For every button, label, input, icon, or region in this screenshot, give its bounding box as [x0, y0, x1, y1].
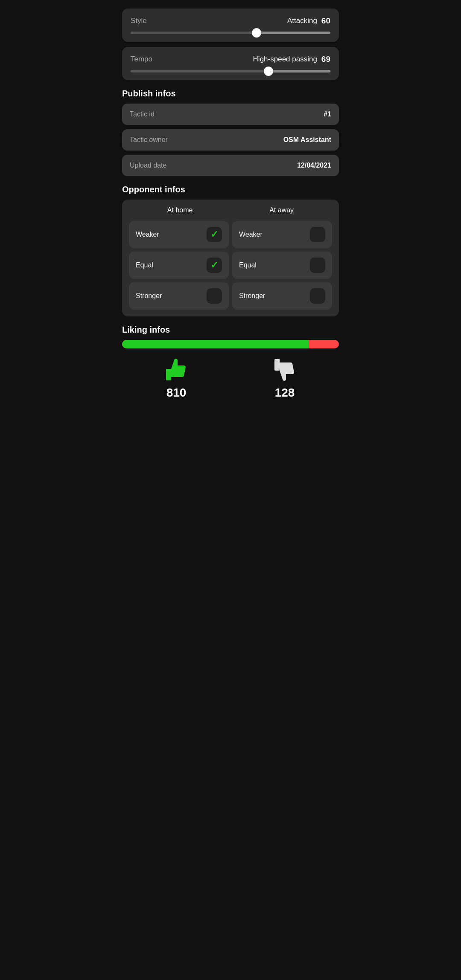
tactic-id-label: Tactic id: [130, 110, 155, 118]
opponent-grid: Weaker ✓ Weaker Equal ✓ Equal Stronger: [129, 221, 332, 310]
home-equal-checkmark: ✓: [210, 260, 218, 271]
home-weaker-item[interactable]: Weaker ✓: [129, 221, 229, 248]
likes-count: 810: [166, 386, 187, 400]
style-value-text: Attacking: [287, 17, 317, 25]
svg-rect-0: [166, 369, 171, 380]
tab-at-away[interactable]: At away: [269, 206, 294, 214]
home-weaker-label: Weaker: [136, 231, 159, 238]
likes-item: 810: [163, 357, 189, 400]
liking-bar-fill: [122, 340, 309, 348]
dislikes-item: 128: [272, 357, 298, 400]
tempo-card: Tempo High-speed passing 69: [122, 47, 339, 80]
style-value-number: 60: [321, 16, 330, 26]
tempo-label: Tempo: [131, 55, 152, 64]
opponent-infos-title: Opponent infos: [122, 185, 339, 194]
liking-infos-title: Liking infos: [122, 325, 339, 335]
away-weaker-item[interactable]: Weaker: [232, 221, 332, 248]
tempo-value-number: 69: [321, 55, 330, 64]
thumbs-up-icon: [163, 357, 189, 383]
opponent-card: At home At away Weaker ✓ Weaker Equal ✓ …: [122, 200, 339, 316]
upload-date-row: Upload date 12/04/2021: [122, 155, 339, 176]
tactic-owner-row: Tactic owner OSM Assistant: [122, 129, 339, 151]
style-label: Style: [131, 17, 147, 25]
style-card: Style Attacking 60: [122, 9, 339, 42]
away-stronger-checkbox[interactable]: [310, 288, 325, 304]
home-weaker-checkbox[interactable]: ✓: [207, 227, 222, 242]
home-stronger-label: Stronger: [136, 292, 162, 300]
liking-bar-container: [122, 340, 339, 348]
tempo-slider-thumb[interactable]: [264, 67, 273, 76]
away-stronger-item[interactable]: Stronger: [232, 282, 332, 310]
upload-date-value: 12/04/2021: [297, 162, 331, 169]
opponent-tabs: At home At away: [129, 206, 332, 214]
away-stronger-label: Stronger: [239, 292, 265, 300]
away-weaker-checkbox[interactable]: [310, 227, 325, 242]
home-equal-label: Equal: [136, 261, 153, 269]
thumbs-down-icon: [272, 357, 298, 383]
svg-rect-1: [274, 359, 280, 371]
style-slider-thumb[interactable]: [252, 28, 261, 38]
upload-date-label: Upload date: [130, 162, 166, 169]
away-weaker-label: Weaker: [239, 231, 263, 238]
home-stronger-checkbox[interactable]: [207, 288, 222, 304]
tactic-id-row: Tactic id #1: [122, 104, 339, 125]
tactic-owner-label: Tactic owner: [130, 136, 168, 144]
away-equal-checkbox[interactable]: [310, 258, 325, 273]
home-equal-item[interactable]: Equal ✓: [129, 252, 229, 279]
tempo-value-text: High-speed passing: [253, 55, 317, 64]
publish-infos-title: Publish infos: [122, 89, 339, 99]
away-equal-label: Equal: [239, 261, 257, 269]
dislikes-count: 128: [275, 386, 295, 400]
home-stronger-item[interactable]: Stronger: [129, 282, 229, 310]
tempo-slider-track[interactable]: [131, 70, 330, 72]
liking-counts: 810 128: [122, 357, 339, 400]
tab-at-home[interactable]: At home: [167, 206, 193, 214]
tactic-id-value: #1: [324, 110, 331, 118]
home-weaker-checkmark: ✓: [210, 229, 218, 240]
style-slider-track[interactable]: [131, 32, 330, 34]
tactic-owner-value: OSM Assistant: [283, 136, 331, 144]
home-equal-checkbox[interactable]: ✓: [207, 258, 222, 273]
away-equal-item[interactable]: Equal: [232, 252, 332, 279]
